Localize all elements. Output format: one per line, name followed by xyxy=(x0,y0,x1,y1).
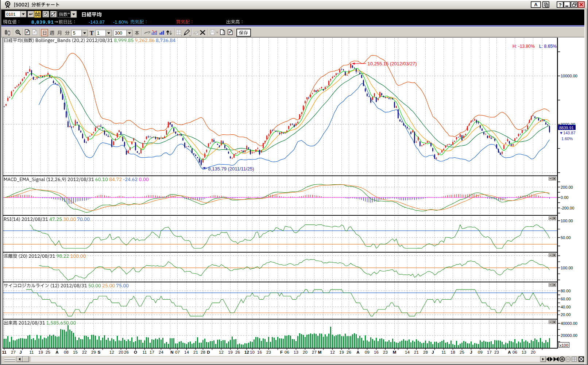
svg-text:-143.87: -143.87 xyxy=(89,19,105,25)
svg-text:A: A xyxy=(534,2,537,7)
svg-text:8,839.91: 8,839.91 xyxy=(31,19,54,25)
svg-text:P: P xyxy=(229,31,231,34)
svg-text:0101: 0101 xyxy=(6,12,16,16)
svg-text:T: T xyxy=(90,30,94,36)
svg-text:R: R xyxy=(34,31,36,34)
svg-text:5: 5 xyxy=(73,31,76,36)
svg-text:1: 1 xyxy=(97,31,100,36)
svg-text:?: ? xyxy=(558,2,561,8)
svg-text:P: P xyxy=(26,31,28,34)
svg-text:-1.60%: -1.60% xyxy=(113,19,128,25)
svg-text:300: 300 xyxy=(115,31,122,36)
